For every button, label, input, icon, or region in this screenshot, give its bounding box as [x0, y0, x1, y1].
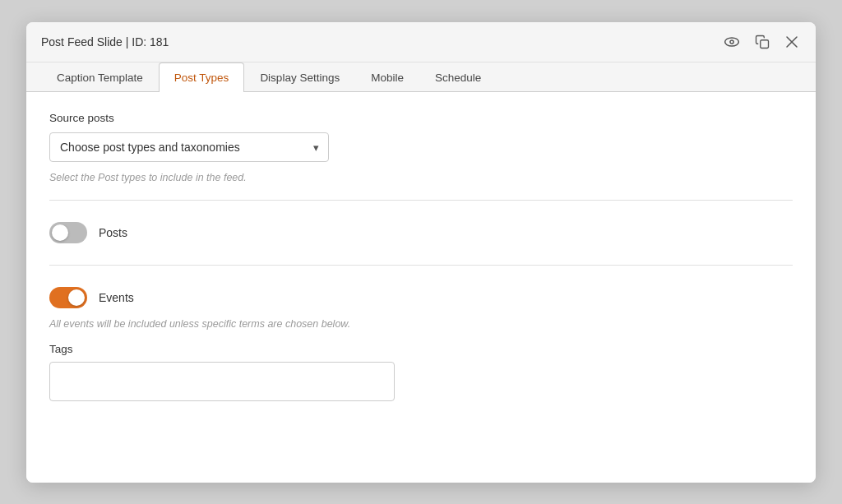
events-toggle-label: Events [99, 291, 134, 304]
events-toggle-track [49, 287, 87, 308]
events-toggle-thumb [68, 289, 85, 306]
source-posts-hint: Select the Post types to include in the … [49, 172, 793, 183]
posts-toggle-label: Posts [99, 226, 127, 239]
events-toggle-row: Events [49, 282, 793, 313]
svg-point-1 [730, 39, 733, 43]
tags-input[interactable] [49, 362, 395, 401]
tabs-bar: Caption Template Post Types Display Sett… [26, 62, 816, 92]
posts-toggle-thumb [52, 224, 68, 241]
tab-display-settings[interactable]: Display Settings [244, 62, 355, 92]
eye-icon [724, 34, 740, 50]
divider-1 [49, 200, 793, 201]
modal-title: Post Feed Slide | ID: 181 [41, 35, 169, 49]
divider-2 [49, 265, 793, 266]
modal-header: Post Feed Slide | ID: 181 [26, 22, 816, 62]
tags-label: Tags [49, 343, 793, 355]
post-types-select[interactable]: Choose post types and taxonomies [49, 132, 329, 162]
post-types-select-wrapper: Choose post types and taxonomies ▾ [49, 132, 329, 162]
events-hint: All events will be included unless speci… [49, 318, 793, 330]
svg-point-0 [725, 38, 739, 46]
posts-toggle[interactable] [49, 222, 87, 243]
posts-toggle-track [49, 222, 87, 243]
preview-button[interactable] [722, 32, 742, 52]
modal-body: Source posts Choose post types and taxon… [26, 92, 816, 483]
duplicate-button[interactable] [753, 33, 771, 51]
tab-caption-template[interactable]: Caption Template [41, 62, 159, 92]
copy-icon [755, 35, 770, 49]
close-button[interactable] [783, 33, 801, 51]
close-icon [784, 35, 799, 49]
tab-mobile[interactable]: Mobile [355, 62, 419, 92]
source-posts-label: Source posts [49, 112, 793, 124]
modal-container: Post Feed Slide | ID: 181 [26, 22, 816, 483]
tab-post-types[interactable]: Post Types [159, 62, 245, 92]
modal-actions [722, 32, 801, 52]
tags-section: Tags [49, 343, 793, 401]
events-toggle[interactable] [49, 287, 87, 308]
posts-toggle-row: Posts [49, 217, 793, 248]
tab-schedule[interactable]: Schedule [419, 62, 497, 92]
svg-rect-2 [761, 39, 769, 48]
